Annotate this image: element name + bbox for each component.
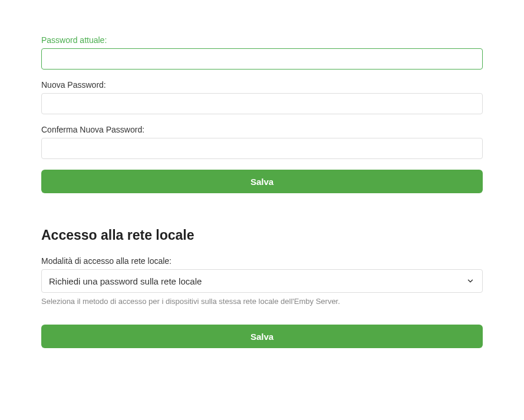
save-password-button[interactable]: Salva [41,170,483,193]
access-mode-select[interactable]: Richiedi una password sulla rete locale [41,269,483,293]
confirm-password-group: Conferma Nuova Password: [41,125,483,159]
new-password-input[interactable] [41,93,483,114]
confirm-password-label: Conferma Nuova Password: [41,125,483,134]
access-mode-group: Modalità di accesso alla rete locale: Ri… [41,256,483,307]
access-mode-label: Modalità di accesso alla rete locale: [41,256,483,266]
local-network-save-wrapper: Salva [41,325,483,348]
access-mode-help-text: Seleziona il metodo di accesso per i dis… [41,296,483,307]
save-local-network-button[interactable]: Salva [41,325,483,348]
current-password-label: Password attuale: [41,35,483,45]
password-form: Password attuale: Nuova Password: Confer… [41,35,483,193]
local-network-heading: Accesso alla rete locale [41,227,483,243]
confirm-password-input[interactable] [41,138,483,159]
current-password-group: Password attuale: [41,35,483,70]
current-password-input[interactable] [41,48,483,70]
local-network-form: Modalità di accesso alla rete locale: Ri… [41,256,483,348]
new-password-label: Nuova Password: [41,80,483,90]
access-mode-select-wrapper: Richiedi una password sulla rete locale [41,269,483,293]
new-password-group: Nuova Password: [41,80,483,114]
